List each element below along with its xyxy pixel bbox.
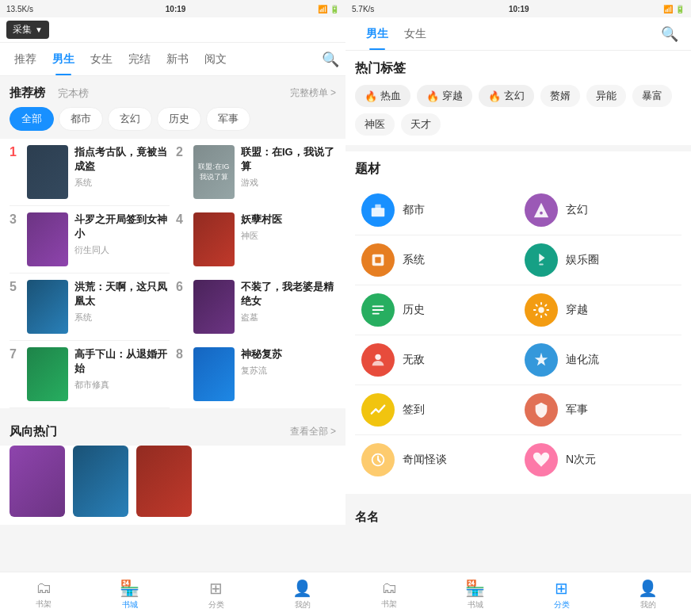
content-left: 推荐榜 完本榜 完整榜单 > 全部 都市 玄幻 历史 军事 1 指点考古队，竟被… (0, 76, 346, 572)
fire-icon-1: 🔥 (365, 90, 377, 102)
tab-female-right[interactable]: 女生 (396, 17, 434, 50)
tag-fantasy[interactable]: 🔥 玄幻 (479, 85, 534, 107)
list-item[interactable]: 8 神秘复苏 复苏流 (176, 341, 336, 408)
tab-new[interactable]: 新书 (158, 43, 197, 75)
subject-city[interactable]: 都市 (355, 186, 518, 235)
tag-doctor[interactable]: 神医 (355, 113, 395, 136)
book-rank-7: 7 (10, 347, 21, 362)
category-icon-right: ⊞ (555, 579, 568, 598)
wind-more[interactable]: 查看全部 > (290, 425, 336, 438)
filter-city[interactable]: 都市 (59, 107, 103, 131)
book-title-3: 斗罗之开局签到女神小 (74, 212, 170, 241)
tab-complete[interactable]: 完结 (120, 43, 158, 75)
tag-crossing[interactable]: 🔥 穿越 (417, 85, 472, 107)
shelf-label-right: 书架 (381, 599, 397, 610)
collect-label: 采集 (13, 23, 32, 36)
list-item[interactable]: 6 不装了，我老婆是精绝女 盗墓 (176, 274, 336, 341)
city-icon (361, 193, 395, 227)
filter-fantasy[interactable]: 玄幻 (108, 107, 152, 131)
tag-label-5: 异能 (596, 89, 617, 103)
nav-store-left[interactable]: 🏪 书城 (86, 579, 173, 610)
tab-male-right[interactable]: 男生 (358, 17, 396, 50)
tab-yuewen[interactable]: 阅文 (197, 43, 235, 75)
subject-entertainment[interactable]: 娱乐圈 (518, 235, 681, 285)
tag-son-in-law[interactable]: 赘婿 (540, 85, 580, 107)
tab-female[interactable]: 女生 (82, 43, 120, 75)
filter-tabs: 全部 都市 玄幻 历史 军事 (0, 107, 346, 139)
book-title-6: 不装了，我老婆是精绝女 (241, 280, 336, 308)
subject-military[interactable]: 军事 (518, 385, 681, 435)
tab-male[interactable]: 男生 (44, 43, 82, 75)
list-item[interactable]: 3 斗罗之开局签到女神小 衍生同人 (10, 206, 170, 274)
list-item[interactable]: 1 指点考古队，竟被当成盗 系统 (10, 139, 170, 206)
list-item[interactable]: 2 联盟:在IG我说了算 联盟：在IG，我说了算 游戏 (176, 139, 336, 206)
subject-n-gen[interactable]: N次元 (518, 435, 681, 484)
book-info-4: 妖孽村医 神医 (241, 212, 336, 242)
left-phone: 13.5K/s 10:19 📶 🔋 采集 ▼ 推荐 男生 女生 完结 新书 阅文… (0, 0, 346, 616)
bottom-nav-left: 🗂 书架 🏪 书城 ⊞ 分类 👤 我的 (0, 572, 346, 616)
list-item[interactable] (10, 446, 65, 517)
weird-icon (361, 443, 395, 476)
tag-rich[interactable]: 暴富 (632, 85, 672, 107)
subject-history[interactable]: 历史 (355, 285, 518, 335)
subject-weird[interactable]: 奇闻怪谈 (355, 435, 518, 484)
entertainment-name: 娱乐圈 (566, 253, 599, 267)
nav-category-right[interactable]: ⊞ 分类 (518, 579, 605, 610)
filter-all[interactable]: 全部 (10, 107, 54, 131)
ranking-sub: 完本榜 (58, 86, 89, 101)
book-info-8: 神秘复苏 复苏流 (241, 347, 336, 377)
store-label-left: 书城 (122, 599, 138, 610)
mine-label-right: 我的 (640, 599, 656, 610)
mine-icon-left: 👤 (292, 579, 312, 598)
nav-mine-right[interactable]: 👤 我的 (605, 579, 691, 610)
collect-button[interactable]: 采集 ▼ (6, 21, 49, 39)
tag-genius[interactable]: 天才 (401, 113, 441, 136)
book-cover-2: 联盟:在IG我说了算 (193, 145, 235, 199)
list-item[interactable]: 7 高手下山：从退婚开始 都市修真 (10, 341, 170, 408)
ranking-more[interactable]: 完整榜单 > (290, 86, 336, 100)
tab-recommend[interactable]: 推荐 (6, 43, 44, 75)
subject-xuan[interactable]: 玄幻 (518, 186, 681, 235)
search-icon-right[interactable]: 🔍 (661, 25, 678, 43)
search-icon-left[interactable]: 🔍 (322, 51, 339, 68)
history-name: 历史 (403, 303, 425, 317)
mine-label-left: 我的 (295, 599, 311, 610)
list-item[interactable]: 4 妖孽村医 神医 (176, 206, 336, 274)
subject-system[interactable]: 系统 (355, 235, 518, 285)
svg-rect-7 (372, 309, 384, 311)
wind-header: 风向热门 查看全部 > (0, 415, 346, 446)
n-gen-name: N次元 (566, 453, 596, 467)
book-title-5: 洪荒：天啊，这只凤凰太 (74, 280, 170, 308)
tag-power[interactable]: 异能 (586, 85, 626, 107)
nav-shelf-right[interactable]: 🗂 书架 (346, 579, 432, 610)
list-item[interactable]: 5 洪荒：天啊，这只凤凰太 系统 (10, 274, 170, 341)
svg-rect-5 (539, 264, 544, 266)
list-item[interactable] (73, 446, 128, 517)
book-rank-2: 2 (176, 145, 187, 159)
right-phone: 5.7K/s 10:19 📶 🔋 男生 女生 🔍 热门标签 🔥 热血 🔥 穿越 (346, 0, 691, 616)
book-tag-2: 游戏 (241, 177, 336, 189)
filter-history[interactable]: 历史 (157, 107, 201, 131)
category-icon-left: ⊞ (209, 579, 223, 598)
filter-military[interactable]: 军事 (206, 107, 250, 131)
book-info-7: 高手下山：从退婚开始 都市修真 (74, 347, 170, 391)
tag-label-3: 玄幻 (504, 89, 525, 103)
subject-time-travel[interactable]: 穿越 (518, 285, 681, 335)
nav-shelf-left[interactable]: 🗂 书架 (0, 579, 86, 610)
xuan-icon (525, 193, 558, 227)
subject-title: 题材 (355, 161, 681, 178)
nav-store-right[interactable]: 🏪 书城 (432, 579, 518, 610)
store-icon-right: 🏪 (465, 579, 485, 598)
subject-grid: 都市 玄幻 系统 娱 (355, 186, 681, 484)
subject-invincible[interactable]: 无敌 (355, 335, 518, 385)
list-item[interactable] (136, 446, 192, 517)
wind-cover-3 (136, 446, 192, 517)
book-row-3: 5 洪荒：天啊，这只凤凰太 系统 6 不装了，我老婆是精绝女 盗墓 (10, 274, 336, 341)
book-cover-1 (27, 145, 68, 199)
subject-checkin[interactable]: 签到 (355, 385, 518, 435)
time-left: 10:19 (166, 5, 186, 13)
nav-category-left[interactable]: ⊞ 分类 (173, 579, 259, 610)
subject-dili[interactable]: 迪化流 (518, 335, 681, 385)
nav-mine-left[interactable]: 👤 我的 (259, 579, 346, 610)
tag-hot-blood[interactable]: 🔥 热血 (355, 85, 410, 107)
